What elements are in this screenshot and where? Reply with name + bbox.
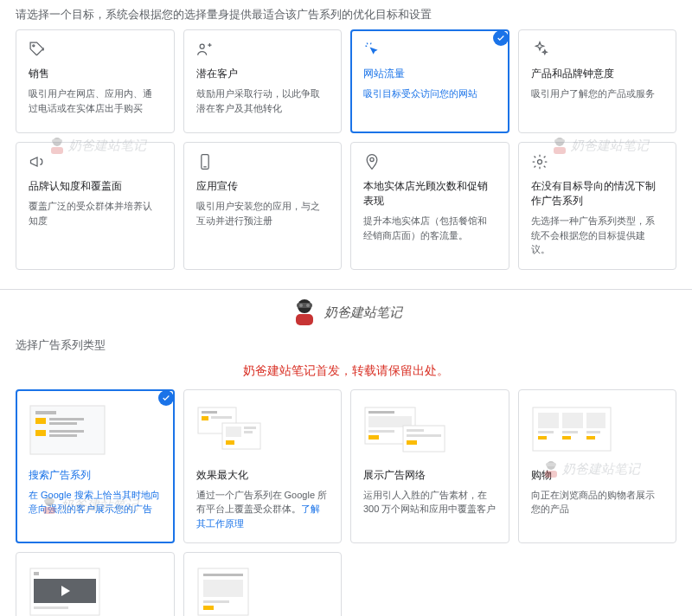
card-title: 搜索广告系列 bbox=[29, 468, 162, 483]
svg-rect-20 bbox=[49, 418, 84, 420]
card-desc: 吸引用户了解您的产品或服务 bbox=[531, 87, 664, 101]
card-shopping[interactable]: 购物 向正在浏览商品的购物者展示您的产品 奶爸建站笔记 bbox=[518, 389, 677, 544]
svg-rect-19 bbox=[35, 418, 46, 424]
card-desc: 在 Google 搜索上恰当其时地向意向强烈的客户展示您的广告 bbox=[29, 488, 162, 517]
pin-icon bbox=[363, 153, 381, 170]
svg-rect-51 bbox=[562, 431, 578, 433]
sparkle-icon bbox=[531, 41, 548, 58]
svg-rect-31 bbox=[211, 416, 232, 419]
preview-search bbox=[29, 401, 162, 459]
svg-rect-65 bbox=[203, 574, 243, 576]
svg-rect-38 bbox=[368, 411, 394, 414]
svg-rect-49 bbox=[586, 413, 606, 428]
svg-point-1 bbox=[200, 44, 204, 48]
preview-shopping bbox=[531, 401, 664, 459]
svg-rect-18 bbox=[35, 411, 56, 414]
svg-point-15 bbox=[306, 304, 310, 307]
svg-rect-4 bbox=[51, 147, 63, 154]
card-desc: 运用引人入胜的广告素材，在 300 万个网站和应用中覆盖客户 bbox=[363, 488, 497, 517]
card-desc: 通过一个广告系列在 Google 所有平台上覆盖受众群体。了解其工作原理 bbox=[196, 488, 330, 531]
card-traffic[interactable]: 网站流量 吸引目标受众访问您的网站 bbox=[350, 29, 509, 133]
preview-video bbox=[29, 563, 162, 616]
card-desc: 吸引用户安装您的应用，与之互动并进行预注册 bbox=[196, 199, 330, 228]
svg-point-7 bbox=[370, 157, 374, 161]
card-desc: 先选择一种广告系列类型，系统不会根据您的目标提供建议。 bbox=[531, 214, 664, 257]
svg-rect-13 bbox=[297, 303, 312, 308]
svg-point-9 bbox=[555, 138, 564, 146]
attribution: 奶爸建站笔记首发，转载请保留出处。 bbox=[0, 360, 692, 389]
megaphone-icon bbox=[29, 153, 46, 170]
card-display[interactable]: 展示广告网络 运用引人入胜的广告素材，在 300 万个网站和应用中覆盖客户 bbox=[350, 389, 509, 544]
brand-name: 奶爸建站笔记 bbox=[324, 305, 402, 321]
preview-discovery bbox=[196, 563, 330, 616]
phone-icon bbox=[196, 153, 214, 170]
card-nogoal[interactable]: 在没有目标导向的情况下制作广告系列 先选择一种广告系列类型，系统不会根据您的目标… bbox=[518, 142, 677, 270]
card-desc: 吸引用户在网店、应用内、通过电话或在实体店出手购买 bbox=[29, 87, 162, 115]
svg-rect-57 bbox=[546, 463, 556, 466]
svg-point-2 bbox=[53, 138, 61, 146]
preview-display bbox=[363, 401, 497, 459]
card-sales[interactable]: 销售 吸引用户在网店、应用内、通过电话或在实体店出手购买 bbox=[16, 29, 175, 133]
svg-rect-21 bbox=[49, 422, 77, 425]
svg-rect-24 bbox=[49, 434, 77, 437]
card-consideration[interactable]: 产品和品牌钟意度 吸引用户了解您的产品或服务 bbox=[518, 29, 677, 133]
svg-rect-34 bbox=[244, 427, 256, 429]
card-desc: 吸引目标受众访问您的网站 bbox=[363, 87, 497, 101]
card-leads[interactable]: 潜在客户 鼓励用户采取行动，以此争取潜在客户及其他转化 bbox=[183, 29, 343, 133]
check-icon bbox=[158, 390, 174, 406]
card-title: 展示广告网络 bbox=[363, 468, 497, 483]
svg-rect-16 bbox=[296, 314, 313, 325]
campaign-grid: 搜索广告系列 在 Google 搜索上恰当其时地向意向强烈的客户展示您的广告 奶… bbox=[0, 389, 692, 617]
tag-icon bbox=[29, 41, 46, 58]
svg-rect-48 bbox=[562, 413, 583, 428]
svg-rect-45 bbox=[407, 440, 417, 445]
svg-rect-55 bbox=[586, 436, 595, 440]
svg-rect-35 bbox=[244, 431, 253, 433]
objectives-grid: 销售 吸引用户在网店、应用内、通过电话或在实体店出手购买 潜在客户 鼓励用户采取… bbox=[0, 29, 692, 289]
svg-rect-54 bbox=[562, 436, 571, 440]
svg-rect-43 bbox=[407, 429, 424, 432]
card-title: 在没有目标导向的情况下制作广告系列 bbox=[531, 179, 664, 209]
card-search[interactable]: 搜索广告系列 在 Google 搜索上恰当其时地向意向强烈的客户展示您的广告 奶… bbox=[16, 389, 175, 544]
section1-title: 请选择一个目标，系统会根据您的选择量身提供最适合该广告系列的优化目标和设置 bbox=[0, 0, 692, 29]
card-awareness[interactable]: 品牌认知度和覆盖面 覆盖广泛的受众群体并培养认知度 奶爸建站笔记 bbox=[16, 142, 175, 270]
svg-point-8 bbox=[537, 160, 541, 164]
svg-rect-33 bbox=[226, 427, 241, 437]
svg-rect-30 bbox=[202, 416, 208, 420]
svg-rect-66 bbox=[203, 580, 243, 597]
svg-rect-10 bbox=[554, 139, 565, 143]
check-icon bbox=[493, 30, 509, 46]
card-desc: 覆盖广泛的受众群体并培养认知度 bbox=[29, 199, 162, 228]
card-local[interactable]: 本地实体店光顾次数和促销表现 提升本地实体店（包括餐馆和经销商店面）的客流量。 bbox=[350, 142, 509, 270]
svg-rect-23 bbox=[49, 430, 84, 433]
card-title: 应用宣传 bbox=[196, 179, 330, 194]
svg-rect-50 bbox=[538, 431, 554, 433]
svg-rect-44 bbox=[407, 434, 441, 437]
people-icon bbox=[196, 41, 214, 58]
card-title: 产品和品牌钟意度 bbox=[531, 67, 664, 81]
card-title: 网站流量 bbox=[363, 67, 497, 81]
brand-row: 奶爸建站笔记 bbox=[0, 292, 692, 330]
divider bbox=[0, 289, 692, 290]
card-title: 销售 bbox=[29, 67, 162, 81]
card-app[interactable]: 应用宣传 吸引用户安装您的应用，与之互动并进行预注册 bbox=[183, 142, 343, 270]
card-title: 效果最大化 bbox=[196, 468, 330, 483]
card-desc: 鼓励用户采取行动，以此争取潜在客户及其他转化 bbox=[196, 87, 330, 115]
gear-icon bbox=[531, 153, 548, 170]
section2-title: 选择广告系列类型 bbox=[0, 330, 692, 360]
card-pmax[interactable]: 效果最大化 通过一个广告系列在 Google 所有平台上覆盖受众群体。了解其工作… bbox=[183, 389, 343, 544]
card-desc: 向正在浏览商品的购物者展示您的产品 bbox=[531, 488, 664, 517]
svg-rect-22 bbox=[35, 430, 46, 436]
card-title: 潜在客户 bbox=[196, 67, 330, 81]
svg-rect-67 bbox=[203, 600, 229, 603]
card-discovery[interactable]: 发现 在 YouTube、Gmail、Google 探索及其他更多优质广告空间投… bbox=[183, 552, 343, 616]
svg-rect-52 bbox=[586, 431, 600, 433]
brand-avatar bbox=[290, 297, 319, 329]
card-video[interactable]: 视频 在 YouTube 上吸引观众并获得转化 bbox=[16, 552, 175, 616]
card-title: 购物 bbox=[531, 468, 664, 483]
preview-pmax bbox=[196, 401, 330, 459]
svg-rect-53 bbox=[538, 436, 547, 440]
svg-rect-41 bbox=[368, 435, 379, 440]
card-title: 本地实体店光顾次数和促销表现 bbox=[363, 179, 497, 209]
click-icon bbox=[363, 41, 381, 58]
